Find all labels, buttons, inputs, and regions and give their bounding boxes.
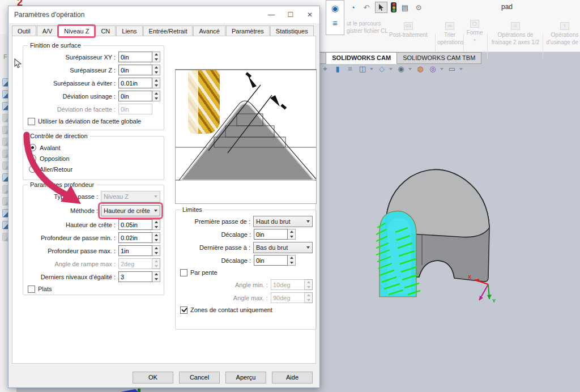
field-label: Profondeur de passe min. : (27, 235, 118, 241)
ribbon-turning-ops-button: ⌇ Opérations d'usinage de tr (545, 22, 580, 46)
tab-cn[interactable]: CN (95, 25, 116, 37)
tab-entree-retrait[interactable]: Entrée/Retrait (143, 25, 193, 37)
minimize-button[interactable]: — (262, 7, 281, 23)
surepaisseur-xy-input[interactable] (118, 52, 152, 62)
tab-statistiques[interactable]: Statistiques (270, 25, 314, 37)
close-button[interactable]: ✕ (300, 7, 319, 23)
spinner[interactable] (288, 229, 296, 240)
scene-icon[interactable]: ◎ (428, 64, 438, 74)
profondeur-min-input[interactable] (118, 232, 152, 243)
field-row: Angle max. : (176, 291, 316, 304)
apercu-button[interactable]: Aperçu (225, 372, 266, 384)
hauteur-crete-input[interactable] (118, 219, 152, 230)
field-row: Déviation de facette : (23, 103, 164, 116)
plats-checkbox[interactable] (28, 286, 35, 293)
decalage-2-input[interactable] (254, 255, 288, 266)
options-list-icon[interactable]: ▤ (400, 2, 410, 12)
field-label: Derniers niveaux d'égalité : (27, 274, 118, 280)
field-label: Angle de rampe max : (27, 261, 118, 267)
field-row: Angle de rampe max : (23, 257, 164, 270)
profondeur-max-input[interactable] (118, 245, 152, 256)
group-limites: Limites Première passe de : Haut du brut… (175, 210, 317, 330)
rebuild-icon[interactable]: ◔ (348, 2, 358, 12)
spinner[interactable] (152, 219, 160, 230)
spinner[interactable] (288, 255, 296, 266)
spinner[interactable] (152, 65, 160, 75)
chevron-down-icon[interactable] (370, 68, 373, 70)
stacked-lines-icon[interactable]: ≡ (332, 19, 338, 28)
select-tool-button[interactable] (375, 2, 387, 13)
angle-max-input (271, 292, 305, 303)
gear-icon[interactable]: ⚙ (413, 2, 424, 12)
facette-globale-checkbox[interactable] (28, 118, 35, 125)
tab-liens[interactable]: Liens (116, 25, 142, 37)
stock-cylinder-icon[interactable]: ▮ (332, 64, 343, 74)
radio-row: Opposition (29, 153, 164, 164)
cursor-icon (378, 4, 385, 11)
field-row: Surépaisseur XY : (23, 50, 164, 63)
group-title: Contrôle de direction (28, 133, 90, 139)
zoom-fit-icon[interactable]: ⌖ (320, 64, 330, 74)
deviation-facette-input (118, 104, 152, 114)
appearance-sphere-icon[interactable]: ◍ (415, 64, 425, 74)
quick-access-toolbar: ◔ ↶ ▤ ⚙ (348, 2, 424, 13)
aller-retour-radio[interactable] (29, 165, 36, 173)
spinner[interactable] (152, 52, 160, 62)
field-label: Première passe de : (179, 218, 253, 225)
chevron-down-icon[interactable] (408, 68, 412, 70)
decalage-1-input[interactable] (254, 229, 288, 240)
heads-up-toolbar: ⌖ ▮ ⌗ ◫ ◇ ◉ ◍ ◎ ▭ (320, 64, 464, 74)
opposition-radio[interactable] (29, 155, 36, 162)
chevron-down-icon[interactable] (389, 68, 393, 70)
dialog-title: Paramètres d'opération (14, 11, 84, 19)
spinner[interactable] (152, 245, 160, 256)
tab-parametres[interactable]: Paramètres (226, 25, 270, 37)
methode-combo[interactable]: Hauteur de crête (101, 205, 160, 216)
tab-solidworks-cam-tbm[interactable]: SOLIDWORKS CAM TBM (397, 52, 481, 64)
cancel-button[interactable]: Cancel (179, 372, 220, 384)
ok-button[interactable]: OK (133, 372, 173, 384)
maximize-button[interactable]: ☐ (281, 7, 300, 23)
3d-part-viewport[interactable]: X Y (362, 164, 504, 307)
view-orientation-icon[interactable]: ◇ (377, 64, 387, 74)
checkbox-label: Par pente (190, 269, 218, 276)
tab-niveau-z[interactable]: Niveau Z (58, 25, 95, 37)
field-label: Profondeur passe max. : (27, 248, 118, 254)
aide-button[interactable]: Aide (272, 372, 313, 384)
surepaisseur-z-input[interactable] (118, 65, 152, 75)
deviation-usinage-input[interactable] (118, 91, 152, 101)
tab-solidworks-cam[interactable]: SOLIDWORKS CAM (326, 52, 397, 64)
measure-icon[interactable]: ⌗ (345, 64, 355, 74)
field-row: Profondeur passe max. : (23, 244, 164, 257)
undo-icon[interactable]: ↶ (361, 2, 372, 12)
viewport-monitor-icon[interactable]: ▭ (447, 64, 457, 74)
svg-text:X: X (468, 274, 471, 280)
field-row: Type de passe : Niveau Z (23, 190, 164, 203)
ribbon-post-process-button: G1 Post-traitement (387, 22, 430, 39)
display-style-eye-icon[interactable]: ◉ (396, 64, 406, 74)
par-pente-checkbox[interactable] (180, 269, 187, 276)
operation-parameters-dialog: Paramètres d'opération — ☐ ✕ Outil A/V N… (8, 6, 320, 388)
group-title: Limites (180, 206, 204, 213)
spinner[interactable] (152, 91, 160, 101)
spinner[interactable] (152, 232, 160, 243)
tab-avance[interactable]: Avancé (193, 25, 225, 37)
tab-outil[interactable]: Outil (12, 25, 36, 37)
zones-contact-checkbox[interactable] (180, 306, 187, 314)
chevron-down-icon[interactable] (440, 68, 443, 70)
tab-av[interactable]: A/V (37, 25, 58, 37)
field-row: Déviation usinage : (23, 90, 164, 103)
derniere-passe-combo[interactable]: Bas du brut (253, 242, 313, 253)
spinner[interactable] (152, 78, 160, 88)
target-icon[interactable]: ◉ (331, 4, 339, 13)
ribbon-sort-operations-button: ≔ Trier opérations (437, 22, 462, 46)
premiere-passe-combo[interactable]: Haut du brut (253, 216, 313, 227)
milling-icon: ⌸ (511, 22, 520, 30)
section-view-icon[interactable]: ◫ (357, 64, 368, 74)
dialog-title-bar[interactable]: Paramètres d'opération — ☐ ✕ (8, 6, 319, 23)
surepaisseur-eviter-input[interactable] (118, 78, 152, 88)
avalant-radio[interactable] (29, 144, 36, 151)
derniers-niveaux-input[interactable] (118, 271, 152, 282)
chevron-down-icon[interactable] (459, 68, 463, 70)
spinner[interactable] (152, 271, 160, 282)
